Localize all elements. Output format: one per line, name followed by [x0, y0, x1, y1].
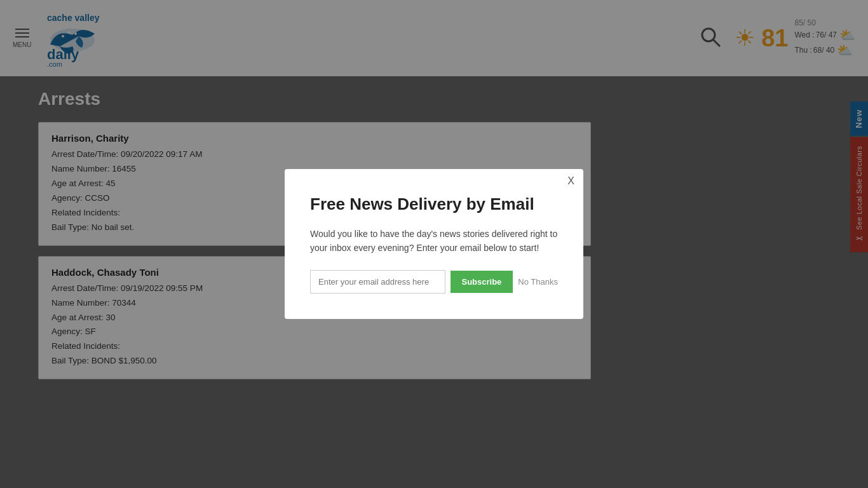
no-thanks-link[interactable]: No Thanks: [518, 277, 558, 287]
email-input[interactable]: [310, 270, 445, 294]
modal-form: Subscribe No Thanks: [310, 270, 558, 294]
email-modal: X Free News Delivery by Email Would you …: [285, 169, 583, 320]
modal-close-button[interactable]: X: [567, 175, 574, 187]
modal-overlay: X Free News Delivery by Email Would you …: [0, 0, 868, 488]
subscribe-button[interactable]: Subscribe: [451, 271, 513, 293]
modal-body-text: Would you like to have the day's news st…: [310, 227, 558, 255]
modal-title: Free News Delivery by Email: [310, 194, 558, 214]
